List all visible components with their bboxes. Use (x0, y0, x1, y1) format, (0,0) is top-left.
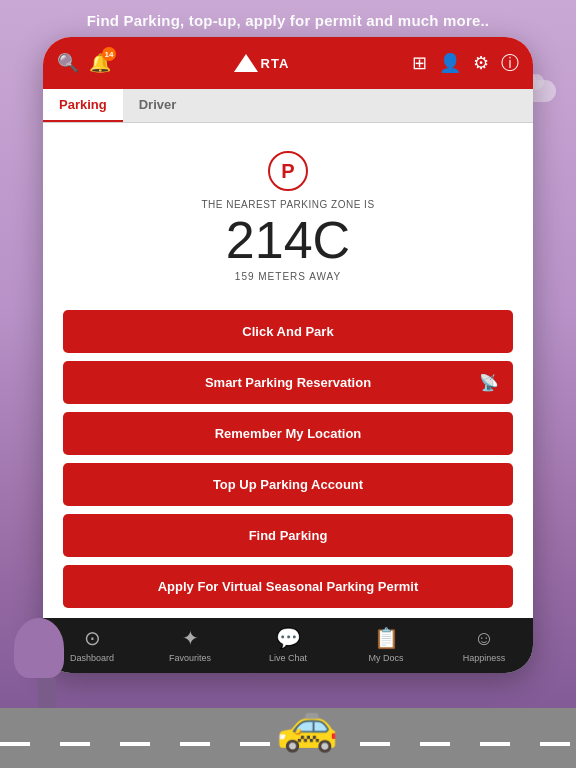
nav-live-chat-label: Live Chat (269, 653, 307, 663)
tagline: Find Parking, top-up, apply for permit a… (0, 0, 576, 37)
main-content: P THE NEAREST PARKING ZONE IS 214C 159 M… (43, 123, 533, 618)
nav-favourites-label: Favourites (169, 653, 211, 663)
notification-badge: 14 (102, 47, 116, 61)
parking-icon-circle: P (268, 151, 308, 191)
nav-live-chat[interactable]: 💬 Live Chat (239, 626, 337, 663)
grid-icon[interactable]: ⊞ (412, 52, 427, 74)
logo-triangle (234, 54, 258, 72)
nav-happiness[interactable]: ☺ Happiness (435, 627, 533, 663)
settings-icon[interactable]: ⚙ (473, 52, 489, 74)
tab-parking[interactable]: Parking (43, 89, 123, 122)
parking-p-icon: P (281, 160, 294, 183)
header-right-icons: ⊞ 👤 ⚙ ⓘ (412, 51, 519, 75)
nav-dashboard-label: Dashboard (70, 653, 114, 663)
live-chat-icon: 💬 (276, 626, 301, 650)
smart-parking-icon: 📡 (479, 373, 499, 392)
tab-bar: Parking Driver (43, 89, 533, 123)
zone-code: 214C (63, 212, 513, 269)
tree-decoration (30, 618, 64, 708)
zone-distance: 159 METERS AWAY (63, 271, 513, 282)
dashboard-icon: ⊙ (84, 626, 101, 650)
car-decoration: 🚕 (276, 696, 338, 754)
find-parking-button[interactable]: Find Parking (63, 514, 513, 557)
nav-favourites[interactable]: ✦ Favourites (141, 626, 239, 663)
tree-top (14, 618, 64, 678)
device-frame: 🔍 🔔 14 RTA ⊞ 👤 ⚙ ⓘ Parking Driver P TH (43, 37, 533, 673)
click-and-park-button[interactable]: Click And Park (63, 310, 513, 353)
nav-my-docs-label: My Docs (368, 653, 403, 663)
favourites-icon: ✦ (182, 626, 199, 650)
rta-logo: RTA (234, 54, 290, 72)
remember-my-location-button[interactable]: Remember My Location (63, 412, 513, 455)
tree-trunk (38, 678, 56, 708)
info-icon[interactable]: ⓘ (501, 51, 519, 75)
action-buttons: Click And Park Smart Parking Reservation… (63, 310, 513, 608)
happiness-icon: ☺ (474, 627, 494, 650)
bottom-nav: ⊙ Dashboard ✦ Favourites 💬 Live Chat 📋 M… (43, 618, 533, 673)
my-docs-icon: 📋 (374, 626, 399, 650)
profile-icon[interactable]: 👤 (439, 52, 461, 74)
header-left-icons: 🔍 🔔 14 (57, 52, 111, 74)
logo-text: RTA (261, 56, 290, 71)
app-header: 🔍 🔔 14 RTA ⊞ 👤 ⚙ ⓘ (43, 37, 533, 89)
smart-parking-reservation-button[interactable]: Smart Parking Reservation 📡 (63, 361, 513, 404)
nav-my-docs[interactable]: 📋 My Docs (337, 626, 435, 663)
apply-virtual-permit-button[interactable]: Apply For Virtual Seasonal Parking Permi… (63, 565, 513, 608)
nearest-zone-label: THE NEAREST PARKING ZONE IS (63, 199, 513, 210)
tab-driver[interactable]: Driver (123, 89, 193, 122)
top-up-parking-button[interactable]: Top Up Parking Account (63, 463, 513, 506)
nav-happiness-label: Happiness (463, 653, 506, 663)
notification-wrapper: 🔔 14 (89, 52, 111, 74)
parking-zone-card: P THE NEAREST PARKING ZONE IS 214C 159 M… (63, 139, 513, 298)
search-icon[interactable]: 🔍 (57, 52, 79, 74)
